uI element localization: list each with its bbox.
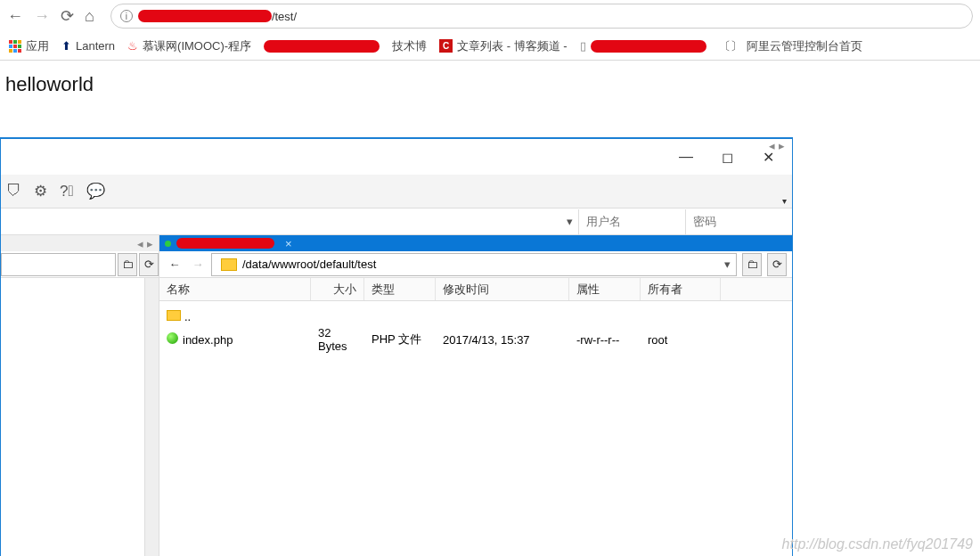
ftp-toolbar: ⛉ ⚙ ?⃝ 💬 ▾ [1, 175, 792, 208]
nav-forward-icon[interactable]: → [34, 7, 50, 26]
maximize-button[interactable]: ◻ [708, 144, 746, 169]
file-owner: root [641, 333, 721, 347]
quick-connect-bar: ▾ [1, 208, 792, 235]
remote-path-input[interactable]: /data/wwwroot/default/test ▾ [211, 253, 737, 276]
username-input[interactable] [578, 209, 685, 234]
col-name[interactable]: 名称 [159, 278, 311, 300]
file-size: 32 Bytes [311, 326, 364, 353]
chevron-down-icon[interactable]: ▾ [782, 196, 787, 206]
remote-tab[interactable]: × ◂▸ [159, 235, 792, 251]
url-path: /test/ [272, 10, 297, 23]
apps-icon [9, 40, 21, 53]
col-perm[interactable]: 属性 [569, 278, 641, 300]
remote-refresh-icon[interactable]: ⟳ [767, 253, 787, 276]
password-input[interactable] [685, 209, 792, 234]
col-size[interactable]: 大小 [311, 278, 364, 300]
quick-dropdown[interactable]: ▾ [560, 215, 578, 228]
csdn-icon: C [439, 39, 453, 53]
local-scrollbar[interactable] [144, 278, 159, 556]
page-content: helloworld [0, 61, 980, 109]
remote-bookmark-icon[interactable]: 🗀 [742, 253, 762, 276]
bookmark-lantern[interactable]: ⬆ Lantern [61, 39, 115, 53]
rtab-next-icon[interactable]: ▸ [779, 139, 785, 152]
tab-next-icon[interactable]: ▸ [147, 237, 153, 250]
col-owner[interactable]: 所有者 [641, 278, 721, 300]
apps-button[interactable]: 应用 [9, 38, 49, 54]
file-mtime: 2017/4/13, 15:37 [436, 333, 569, 347]
remote-pane: × ◂▸ ← → /data/wwwroot/default/test ▾ 🗀 … [159, 235, 792, 556]
bookmark-imooc[interactable]: ♨ 慕课网(IMOOC)-程序 [127, 38, 251, 54]
tab-close-icon[interactable]: × [285, 237, 292, 250]
bookmark-csdn[interactable]: C 文章列表 - 博客频道 - [439, 38, 568, 54]
redacted-bookmark-2 [591, 40, 706, 53]
tab-prev-icon[interactable]: ◂ [137, 237, 143, 250]
col-mtime[interactable]: 修改时间 [436, 278, 569, 300]
folder-up-icon [167, 310, 181, 321]
bookmark-tech[interactable]: 技术博 [392, 38, 427, 54]
file-list: .. index.php 32 Bytes PHP 文件 2017/4/13, … [159, 301, 792, 556]
col-type[interactable]: 类型 [364, 278, 436, 300]
page-icon: ▯ [580, 39, 586, 53]
local-refresh-icon[interactable]: ⟳ [139, 253, 159, 276]
ftp-window: — ◻ ✕ ⛉ ⚙ ?⃝ 💬 ▾ ▾ ◂▸ 🗀 ⟳ [0, 137, 793, 556]
help-icon[interactable]: ?⃝ [60, 183, 74, 200]
file-header: 名称 大小 类型 修改时间 属性 所有者 [159, 278, 792, 301]
nav-fwd-remote[interactable]: → [188, 255, 208, 274]
bookmark-aliyun[interactable]: 〔〕 阿里云管理控制台首页 [719, 38, 862, 54]
local-bookmark-icon[interactable]: 🗀 [118, 253, 137, 276]
path-dropdown-icon[interactable]: ▾ [724, 258, 731, 271]
rtab-prev-icon[interactable]: ◂ [769, 139, 775, 152]
file-name: index.php [183, 333, 233, 347]
info-icon[interactable]: i [120, 10, 133, 22]
gear-icon[interactable]: ⚙ [34, 182, 47, 200]
bookmark-redacted[interactable]: ▯ [580, 39, 706, 53]
chat-icon[interactable]: 💬 [86, 182, 105, 200]
remote-path: /data/wwwroot/default/test [242, 258, 376, 271]
php-file-icon [167, 332, 178, 344]
aliyun-icon: 〔〕 [719, 38, 742, 54]
nav-home-icon[interactable]: ⌂ [85, 7, 94, 26]
local-pane: ◂▸ 🗀 ⟳ [1, 235, 159, 556]
fire-icon: ♨ [127, 39, 138, 53]
file-row[interactable]: index.php 32 Bytes PHP 文件 2017/4/13, 15:… [159, 328, 792, 351]
nav-reload-icon[interactable]: ⟳ [61, 6, 74, 26]
nav-back-icon[interactable]: ← [7, 7, 23, 26]
nav-back-remote[interactable]: ← [165, 255, 184, 274]
redacted-host [138, 10, 272, 22]
folder-icon [221, 258, 237, 271]
file-type: PHP 文件 [364, 331, 436, 348]
address-bar[interactable]: i /test/ [110, 4, 973, 29]
redacted-host-tab [176, 238, 274, 249]
bookmarks-bar: 应用 ⬆ Lantern ♨ 慕课网(IMOOC)-程序 技术博 C 文章列表 … [0, 32, 980, 61]
local-path-input[interactable] [1, 253, 116, 276]
shield-icon[interactable]: ⛉ [6, 183, 21, 200]
titlebar: — ◻ ✕ [1, 139, 792, 175]
apps-label: 应用 [26, 38, 49, 54]
connected-icon [165, 241, 171, 247]
minimize-button[interactable]: — [667, 144, 705, 169]
watermark: http://blog.csdn.net/fyq201749 [782, 536, 973, 552]
parent-dir-row[interactable]: .. [159, 305, 792, 328]
lantern-icon: ⬆ [61, 39, 71, 53]
redacted-bookmark-1 [264, 40, 380, 53]
file-perm: -rw-r--r-- [569, 333, 641, 347]
